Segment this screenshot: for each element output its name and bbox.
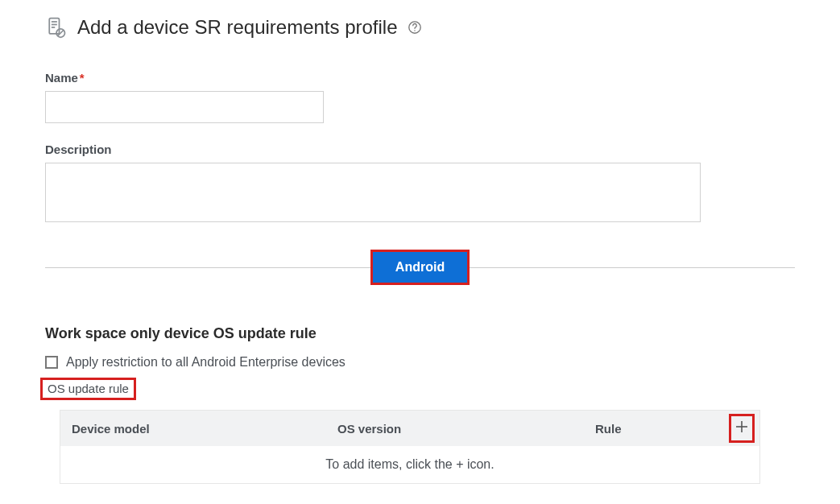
os-update-rule-label: OS update rule (48, 382, 129, 395)
apply-restriction-checkbox[interactable] (45, 356, 58, 369)
os-update-rule-table: Device model OS version Rule To add item… (60, 410, 760, 484)
name-field-block: Name* (45, 71, 795, 123)
os-update-section-title: Work space only device OS update rule (45, 325, 795, 342)
svg-rect-0 (49, 19, 59, 34)
col-os-version: OS version (326, 422, 584, 436)
device-profile-icon (45, 16, 68, 39)
android-tab-highlight: Android (370, 250, 470, 285)
svg-point-7 (414, 30, 415, 31)
plus-icon (734, 419, 750, 435)
page-title: Add a device SR requirements profile (77, 16, 398, 39)
required-indicator: * (80, 71, 85, 85)
name-input[interactable] (45, 91, 324, 123)
name-label-text: Name (45, 71, 78, 85)
description-field-block: Description (45, 143, 795, 225)
apply-restriction-label: Apply restriction to all Android Enterpr… (66, 355, 346, 370)
table-header: Device model OS version Rule (60, 411, 759, 446)
description-input[interactable] (45, 163, 701, 222)
os-update-rule-highlight: OS update rule (40, 378, 136, 400)
col-add (724, 414, 759, 443)
col-device-model: Device model (60, 422, 326, 436)
description-label: Description (45, 143, 795, 156)
platform-tab-row: Android (45, 250, 795, 285)
col-rule: Rule (584, 422, 724, 436)
table-empty-message: To add items, click the + icon. (60, 446, 759, 483)
add-row-button[interactable] (729, 414, 755, 443)
help-icon[interactable] (408, 20, 422, 35)
apply-restriction-row: Apply restriction to all Android Enterpr… (45, 355, 795, 370)
name-label: Name* (45, 71, 795, 85)
page-header: Add a device SR requirements profile (45, 16, 795, 39)
android-tab[interactable]: Android (373, 252, 467, 283)
